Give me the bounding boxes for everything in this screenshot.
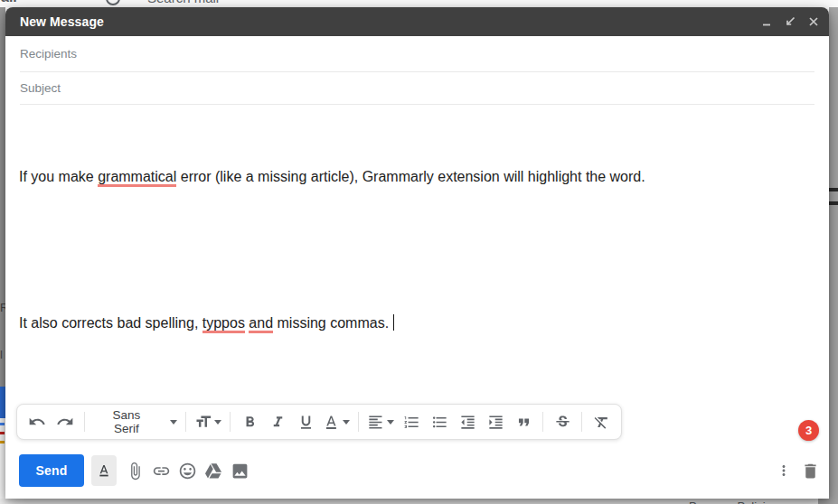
italic-button[interactable] bbox=[265, 408, 290, 435]
attach-file-button[interactable] bbox=[124, 460, 146, 481]
bold-icon bbox=[241, 414, 259, 431]
indent-more-button[interactable] bbox=[483, 408, 508, 435]
chevron-down-icon bbox=[170, 420, 177, 425]
chevron-down-icon bbox=[214, 420, 221, 425]
text-color-icon bbox=[323, 414, 340, 431]
body-blank-line bbox=[19, 238, 807, 262]
insert-link-button[interactable] bbox=[150, 460, 172, 481]
grammarly-error-word[interactable]: and bbox=[249, 315, 273, 333]
remove-formatting-icon bbox=[593, 414, 610, 431]
footer-link-fragment: Program Policies bbox=[689, 499, 777, 504]
numbered-list-button[interactable] bbox=[399, 408, 424, 435]
indent-less-icon bbox=[459, 414, 476, 431]
compose-window: New Message Recipients Subject If you ma… bbox=[5, 7, 829, 499]
compose-title: New Message bbox=[20, 14, 104, 29]
indent-less-button[interactable] bbox=[455, 408, 480, 435]
background-text-fragment: l bbox=[0, 348, 3, 361]
background-right-edge bbox=[829, 7, 838, 499]
chevron-down-icon bbox=[387, 420, 394, 425]
grammarly-alert-count: 3 bbox=[805, 424, 812, 437]
message-body[interactable]: If you make grammatical error (like a mi… bbox=[19, 116, 807, 384]
body-text: If you make bbox=[19, 169, 98, 184]
toolbar-divider bbox=[185, 412, 186, 432]
text-cursor bbox=[393, 314, 395, 331]
font-size-button[interactable] bbox=[193, 408, 224, 435]
close-icon bbox=[807, 15, 820, 28]
insert-drive-button[interactable] bbox=[202, 460, 224, 481]
grammarly-badge[interactable]: 3 bbox=[798, 420, 819, 441]
minimize-icon bbox=[760, 15, 773, 28]
discard-draft-button[interactable] bbox=[798, 458, 822, 483]
toolbar-divider bbox=[542, 412, 543, 432]
toolbar-divider bbox=[358, 412, 359, 432]
background-divider bbox=[829, 188, 838, 191]
popout-icon bbox=[784, 15, 796, 28]
insert-buttons-row bbox=[124, 460, 250, 481]
recipients-field[interactable]: Recipients bbox=[20, 36, 814, 72]
toolbar-divider bbox=[230, 412, 231, 432]
subject-placeholder: Subject bbox=[20, 81, 61, 95]
grammarly-error-word[interactable]: typpos bbox=[202, 315, 245, 333]
undo-icon bbox=[28, 413, 46, 431]
remove-formatting-button[interactable] bbox=[588, 408, 614, 435]
body-text: It also corrects bad spelling, bbox=[19, 315, 202, 331]
insert-emoji-button[interactable] bbox=[176, 460, 198, 481]
text-color-button[interactable] bbox=[321, 408, 352, 435]
formatting-options-icon bbox=[97, 462, 111, 480]
send-label: Send bbox=[35, 463, 67, 478]
background-link-fragment bbox=[0, 423, 5, 425]
photo-icon bbox=[231, 462, 250, 481]
body-paragraph: It also corrects bad spelling, typpos an… bbox=[19, 311, 807, 335]
font-size-icon bbox=[194, 413, 212, 431]
background-divider bbox=[829, 201, 838, 205]
send-button[interactable]: Send bbox=[19, 454, 84, 487]
background-link-fragment bbox=[0, 441, 5, 443]
bold-button[interactable] bbox=[237, 408, 262, 435]
search-icon bbox=[106, 0, 120, 5]
background-gmail-header: ail Search mail bbox=[0, 0, 838, 7]
window-controls bbox=[759, 14, 821, 29]
background-strip bbox=[818, 499, 838, 504]
quote-button[interactable] bbox=[511, 408, 536, 435]
close-button[interactable] bbox=[806, 14, 821, 29]
chevron-down-icon bbox=[343, 420, 350, 425]
minimize-button[interactable] bbox=[759, 14, 774, 29]
subject-field[interactable]: Subject bbox=[20, 71, 814, 105]
numbered-list-icon bbox=[403, 414, 420, 431]
italic-icon bbox=[269, 414, 287, 431]
bulleted-list-button[interactable] bbox=[427, 408, 452, 435]
search-mail-fragment: Search mail bbox=[147, 0, 219, 5]
align-left-icon bbox=[367, 414, 384, 431]
gmail-logo-fragment: ail bbox=[1, 0, 17, 5]
indent-more-icon bbox=[487, 414, 504, 431]
body-text: error (like a missing article), Grammarl… bbox=[176, 169, 645, 184]
redo-icon bbox=[56, 413, 74, 431]
more-options-button[interactable] bbox=[774, 459, 794, 482]
toolbar-divider bbox=[581, 412, 582, 432]
font-family-button[interactable]: Sans Serif bbox=[91, 408, 179, 435]
insert-photo-button[interactable] bbox=[229, 460, 250, 481]
undo-button[interactable] bbox=[24, 408, 50, 435]
redo-button[interactable] bbox=[52, 408, 78, 435]
emoji-icon bbox=[178, 462, 197, 481]
popout-button[interactable] bbox=[783, 14, 797, 29]
strikethrough-icon bbox=[554, 414, 571, 431]
underline-icon bbox=[297, 414, 315, 431]
compose-titlebar[interactable]: New Message bbox=[5, 7, 829, 36]
toolbar-divider bbox=[84, 412, 85, 432]
strikethrough-button[interactable] bbox=[550, 408, 575, 435]
quote-icon bbox=[515, 414, 532, 431]
recipients-placeholder: Recipients bbox=[20, 47, 77, 61]
trash-icon bbox=[801, 462, 820, 481]
grammarly-error-word[interactable]: grammatical bbox=[98, 169, 176, 187]
formatting-options-button[interactable] bbox=[91, 455, 117, 486]
background-footer: Program Policies bbox=[0, 499, 838, 504]
formatting-toolbar: Sans Serif bbox=[16, 404, 622, 440]
paperclip-icon bbox=[126, 462, 145, 481]
background-link-fragment bbox=[0, 432, 5, 434]
body-paragraph: If you make grammatical error (like a mi… bbox=[19, 164, 807, 189]
align-button[interactable] bbox=[365, 408, 396, 435]
underline-button[interactable] bbox=[293, 408, 318, 435]
font-family-label: Sans Serif bbox=[99, 408, 155, 435]
body-text: missing commas. bbox=[273, 315, 392, 331]
